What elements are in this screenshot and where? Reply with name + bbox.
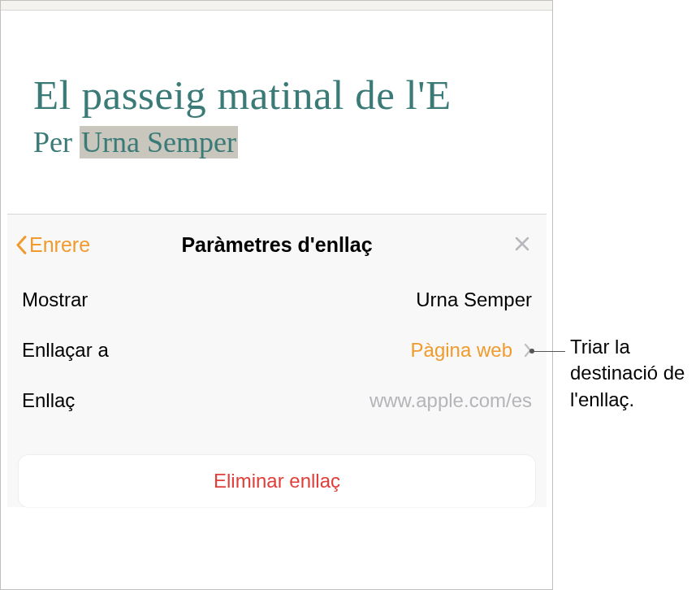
document-area: El passeig matinal de l'E Per Urna Sempe… — [1, 11, 552, 159]
back-label: Enrere — [29, 233, 90, 257]
close-icon — [514, 236, 530, 252]
popover-header: Enrere Paràmetres d'enllaç — [7, 215, 547, 275]
callout-line — [531, 351, 565, 352]
link-to-value: Pàgina web — [411, 339, 532, 362]
remove-link-button[interactable]: Eliminar enllaç — [19, 455, 535, 507]
chevron-left-icon — [15, 235, 27, 254]
document-byline[interactable]: Per Urna Semper — [33, 125, 552, 159]
callout-text: Triar la destinació de l'enllaç. — [570, 334, 696, 413]
link-settings-popover: Enrere Paràmetres d'enllaç Mostrar Urna … — [7, 214, 547, 507]
byline-prefix: Per — [33, 126, 80, 158]
byline-selected-text[interactable]: Urna Semper — [80, 126, 238, 158]
document-title[interactable]: El passeig matinal de l'E — [33, 72, 552, 119]
remove-link-label: Eliminar enllaç — [214, 470, 340, 492]
link-url-row[interactable]: Enllaç www.apple.com/es — [22, 375, 532, 426]
app-frame: El passeig matinal de l'E Per Urna Sempe… — [0, 0, 553, 590]
popover-title: Paràmetres d'enllaç — [181, 233, 372, 257]
link-to-row[interactable]: Enllaçar a Pàgina web — [22, 325, 532, 375]
link-to-value-text: Pàgina web — [411, 339, 512, 362]
settings-list: Mostrar Urna Semper Enllaçar a Pàgina we… — [7, 275, 547, 426]
link-url-value: www.apple.com/es — [369, 389, 532, 412]
close-button[interactable] — [514, 233, 530, 256]
link-url-label: Enllaç — [22, 389, 75, 412]
display-label: Mostrar — [22, 288, 88, 311]
back-button[interactable]: Enrere — [15, 233, 90, 257]
toolbar-strip — [1, 1, 552, 11]
link-to-label: Enllaçar a — [22, 339, 109, 362]
display-row[interactable]: Mostrar Urna Semper — [22, 275, 532, 325]
display-value: Urna Semper — [416, 288, 532, 311]
